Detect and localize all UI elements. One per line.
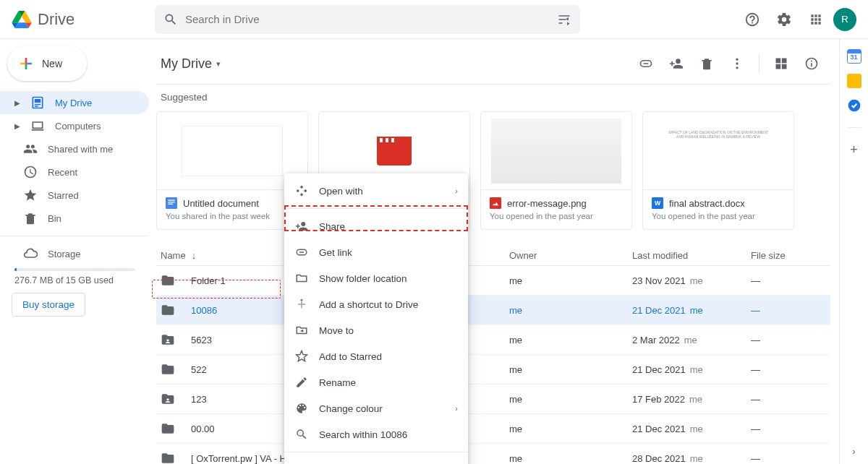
file-size: — (751, 424, 826, 434)
breadcrumb[interactable]: My Drive ▾ (161, 56, 221, 72)
palette-icon (294, 401, 309, 416)
table-row[interactable]: 00.00me21 Dec 2021me— (156, 414, 830, 444)
info-icon[interactable] (797, 49, 826, 78)
folder-icon (161, 303, 175, 317)
nav-storage[interactable]: Storage (0, 242, 149, 265)
storage-label: Storage (48, 249, 81, 259)
table-row[interactable]: 5623me2 Mar 2022me— (156, 325, 830, 355)
search-icon (163, 12, 178, 27)
svg-rect-5 (168, 202, 174, 202)
add-app-icon[interactable]: + (850, 142, 858, 158)
add-person-icon[interactable] (662, 49, 691, 78)
nav-my-drive[interactable]: ▶ My Drive (0, 91, 149, 114)
card-thumb (481, 112, 631, 190)
file-owner: me (509, 424, 632, 434)
card-subtitle: You shared in the past week (166, 212, 299, 220)
nav-shared[interactable]: Shared with me (0, 137, 149, 160)
ctx-share[interactable]: Share (284, 213, 468, 239)
file-size: — (751, 275, 826, 286)
ctx-get-link[interactable]: Get link (284, 239, 468, 265)
shortcut-icon (294, 297, 309, 312)
file-owner: me (509, 364, 632, 375)
chevron-right-icon: ▶ (14, 122, 20, 130)
more-icon[interactable] (723, 49, 752, 78)
nav-computers[interactable]: ▶ Computers (0, 114, 149, 137)
get-link-icon[interactable] (631, 49, 660, 78)
file-name: 522 (191, 364, 207, 375)
main-content: My Drive ▾ Suggested Untitled documentYo… (149, 39, 839, 464)
table-row[interactable]: [ OxTorrent.pw ] VA - HITS NIme28 Dec 20… (156, 444, 830, 464)
breadcrumb-label: My Drive (161, 56, 212, 72)
svg-point-15 (166, 339, 169, 341)
star-icon (294, 349, 309, 364)
open-with-icon (294, 184, 309, 198)
ctx-open-with[interactable]: Open with› (284, 178, 468, 204)
computers-icon (30, 119, 45, 133)
search-options-icon[interactable] (557, 12, 571, 27)
ctx-add-starred[interactable]: Add to Starred (284, 343, 468, 369)
card-subtitle: You opened in the past year (490, 212, 623, 220)
table-row[interactable]: Folder 1me23 Nov 2021me— (156, 266, 830, 296)
shared-icon (161, 332, 175, 347)
nav-label: Shared with me (48, 144, 113, 155)
file-name: 5623 (191, 335, 212, 345)
table-row[interactable]: 123me17 Feb 2022me— (156, 384, 830, 414)
folder-icon (161, 421, 175, 436)
ctx-add-shortcut[interactable]: Add a shortcut to Drive (284, 291, 468, 317)
settings-icon[interactable] (770, 5, 799, 34)
svg-point-2 (736, 66, 738, 69)
file-owner: me (509, 275, 632, 286)
suggested-card[interactable]: IMPACT OF LAND DEGRADATION ON THE ENVIRO… (642, 111, 794, 230)
file-owner: me (509, 394, 632, 405)
nav-label: Bin (48, 213, 61, 224)
link-icon (294, 245, 309, 259)
nav-bin[interactable]: Bin (0, 207, 149, 230)
calendar-app-icon[interactable]: 31 (847, 49, 861, 64)
file-owner: me (509, 305, 632, 316)
svg-point-0 (736, 59, 738, 61)
file-owner: me (509, 335, 632, 345)
apps-icon[interactable] (801, 5, 830, 34)
search-input[interactable] (185, 13, 550, 25)
col-owner[interactable]: Owner (509, 250, 632, 261)
move-icon (294, 323, 309, 338)
caret-down-icon: ▾ (216, 59, 221, 69)
file-name: 123 (191, 394, 207, 405)
ctx-change-colour[interactable]: Change colour› (284, 395, 468, 421)
svg-point-16 (166, 398, 169, 400)
file-size: — (751, 394, 826, 405)
ctx-search-within[interactable]: Search within 10086 (284, 421, 468, 447)
svg-rect-4 (168, 199, 174, 200)
col-size[interactable]: File size (751, 250, 826, 261)
collapse-rail-icon[interactable]: › (852, 446, 855, 457)
shared-icon (161, 392, 175, 406)
tasks-app-icon[interactable] (847, 98, 861, 113)
buy-storage-button[interactable]: Buy storage (12, 293, 85, 317)
table-row[interactable]: 522me21 Dec 2021me— (156, 355, 830, 384)
search-bar[interactable] (155, 5, 580, 34)
file-modified: 28 Dec 2021me (632, 453, 751, 464)
svg-rect-3 (166, 197, 177, 209)
help-icon[interactable] (738, 5, 767, 34)
col-modified[interactable]: Last modified (632, 250, 751, 261)
table-row[interactable]: 10086me21 Dec 2021me— (156, 296, 830, 325)
ctx-view-details[interactable]: View details (284, 457, 468, 464)
nav-label: My Drive (55, 98, 92, 108)
suggested-card[interactable]: error-message.pngYou opened in the past … (480, 111, 632, 230)
suggested-heading: Suggested (156, 92, 830, 103)
keep-app-icon[interactable] (847, 74, 861, 88)
nav-starred[interactable]: Starred (0, 184, 149, 207)
account-avatar[interactable]: R (833, 8, 856, 31)
ctx-rename[interactable]: Rename (284, 369, 468, 395)
grid-view-icon[interactable] (767, 49, 796, 78)
trash-icon[interactable] (692, 49, 721, 78)
chevron-right-icon: ▶ (14, 99, 20, 107)
ctx-show-folder[interactable]: Show folder location (284, 265, 468, 291)
nav-recent[interactable]: Recent (0, 160, 149, 184)
card-title: Untitled document (183, 198, 259, 209)
new-button[interactable]: New (7, 46, 87, 81)
new-button-label: New (42, 58, 62, 69)
drive-logo[interactable]: Drive (12, 10, 149, 29)
card-subtitle: You opened in the past year (652, 212, 785, 220)
ctx-move-to[interactable]: Move to (284, 317, 468, 343)
